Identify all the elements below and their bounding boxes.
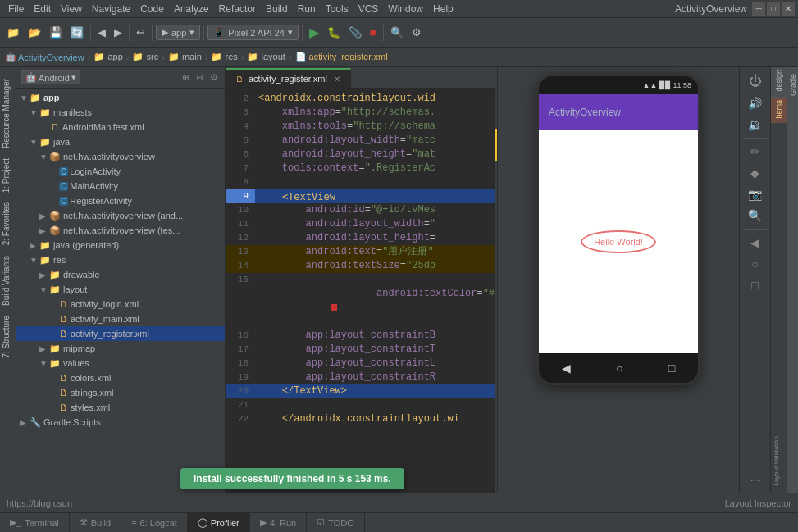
status-url[interactable]: https://blog.csdn — [7, 498, 72, 508]
logcat-tab[interactable]: ≡ 6: Logcat — [121, 513, 188, 533]
tree-item-drawable[interactable]: ▶ 📁 drawable — [16, 267, 225, 282]
breadcrumb-activityoverview[interactable]: 🤖 ActivityOverview — [5, 52, 84, 62]
circle-nav-button[interactable]: ○ — [748, 254, 761, 274]
camera-tool-button[interactable]: 📷 — [745, 184, 765, 204]
search-button[interactable]: 🔍 — [387, 25, 407, 40]
breadcrumb-layout[interactable]: 📁 layout — [247, 52, 285, 62]
project-tab[interactable]: 1: Project — [0, 153, 16, 198]
tree-item-java[interactable]: ▼ 📁 java — [16, 134, 225, 149]
zoom-button[interactable]: 🔍 — [745, 206, 765, 225]
stop-button[interactable]: ■ — [367, 25, 380, 40]
menu-edit[interactable]: Edit — [29, 3, 56, 15]
menu-run[interactable]: Run — [293, 3, 321, 15]
menu-build[interactable]: Build — [261, 3, 293, 15]
sync-files-button[interactable]: ⊖ — [194, 71, 205, 84]
tree-item-registeractivity[interactable]: C RegisterActivity — [16, 193, 225, 208]
tree-item-activity-register-xml[interactable]: 🗋 activity_register.xml — [16, 326, 225, 341]
volume-down-button[interactable]: 🔉 — [745, 115, 765, 134]
tree-item-mipmap[interactable]: ▶ 📁 mipmap — [16, 341, 225, 356]
tree-item-package2[interactable]: ▶ 📦 net.hw.activityoverview (and... — [16, 208, 225, 223]
todo-tab[interactable]: ☑ TODO — [307, 513, 365, 533]
layout-inspector-link[interactable]: Layout Inspector — [725, 498, 791, 508]
tree-item-styles-xml[interactable]: 🗋 styles.xml — [16, 400, 225, 415]
tree-item-activity-login-xml[interactable]: 🗋 activity_login.xml — [16, 297, 225, 311]
menu-code[interactable]: Code — [135, 3, 169, 15]
tree-item-app[interactable]: ▼ 📁 app — [16, 90, 225, 105]
volume-up-button[interactable]: 🔊 — [745, 93, 765, 113]
build-tab[interactable]: ⚒ Build — [70, 513, 121, 533]
edit-tool-button[interactable]: ✏ — [747, 142, 764, 161]
gradle-label[interactable]: Gradle — [789, 67, 797, 102]
breadcrumb-app[interactable]: 📁 app — [93, 52, 122, 62]
editor-tab-activity-register[interactable]: 🗋 activity_register.xml ✕ — [226, 68, 351, 88]
menu-refactor[interactable]: Refactor — [214, 3, 261, 15]
new-project-button[interactable]: 📁 — [3, 25, 23, 40]
profiler-tab[interactable]: ◯ Profiler — [188, 513, 250, 533]
back-nav-button[interactable]: ◀ — [747, 233, 763, 252]
debug-button[interactable]: 🐛 — [324, 25, 344, 40]
menu-navigate[interactable]: Navigate — [87, 3, 135, 15]
breadcrumb-res[interactable]: 📁 res — [211, 52, 237, 62]
power-button[interactable]: ⏻ — [746, 70, 765, 92]
open-button[interactable]: 📂 — [25, 25, 44, 40]
diamond-tool-button[interactable]: ◆ — [747, 163, 763, 183]
run-tab[interactable]: ▶ 4: Run — [250, 513, 307, 533]
undo-button[interactable]: ↩ — [133, 25, 148, 40]
attach-debugger-button[interactable]: 📎 — [345, 25, 365, 40]
tree-item-package1[interactable]: ▼ 📦 net.hw.activityoverview — [16, 149, 225, 164]
scrollbar-thumb[interactable] — [495, 129, 497, 161]
tree-item-package3[interactable]: ▶ 📦 net.hw.activityoverview (tes... — [16, 223, 225, 238]
add-module-button[interactable]: ⊕ — [180, 71, 191, 84]
structure-tab[interactable]: 7: Structure — [0, 311, 16, 363]
menu-analyze[interactable]: Analyze — [169, 3, 214, 15]
terminal-tab[interactable]: ▶_ Terminal — [0, 513, 70, 533]
layout-validation-label[interactable]: Layout Validation — [771, 433, 782, 489]
tree-item-res[interactable]: ▼ 📁 res — [16, 252, 225, 267]
breadcrumb-src[interactable]: 📁 src — [132, 52, 158, 62]
tree-item-mainactivity[interactable]: C MainActivity — [16, 179, 225, 193]
settings-button[interactable]: ⚙ — [408, 25, 425, 40]
code-editor[interactable]: 2 <androidx.constraintlayout.wid 3 xmlns… — [226, 89, 497, 493]
tree-item-androidmanifest[interactable]: 🗋 AndroidManifest.xml — [16, 120, 225, 134]
schema-tab[interactable]: hema — [771, 98, 787, 124]
build-variants-tab[interactable]: Build Variants — [0, 251, 16, 311]
tree-item-colors-xml[interactable]: 🗋 colors.xml — [16, 371, 225, 385]
back-button[interactable]: ◀ — [94, 25, 109, 40]
run-config-dropdown[interactable]: ▶ app ▾ — [156, 25, 200, 40]
tree-item-java-generated[interactable]: ▶ 📁 java (generated) — [16, 238, 225, 252]
minimize-button[interactable]: ─ — [752, 2, 765, 16]
resource-manager-tab[interactable]: Resource Manager — [0, 74, 16, 153]
favorites-tab[interactable]: 2: Favorites — [0, 198, 16, 250]
code-line-20: 20 </TextView> — [226, 384, 497, 398]
sync-button[interactable]: 🔄 — [67, 25, 87, 40]
android-selector-dropdown[interactable]: 🤖 Android ▾ — [21, 70, 80, 84]
design-tab[interactable]: design — [771, 67, 787, 98]
breadcrumb-main[interactable]: 📁 main — [168, 52, 202, 62]
menu-tools[interactable]: Tools — [321, 3, 353, 15]
tree-item-manifests[interactable]: ▼ 📁 manifests — [16, 105, 225, 120]
scrollbar-track[interactable] — [495, 89, 497, 493]
menu-window[interactable]: Window — [383, 3, 428, 15]
square-nav-button[interactable]: □ — [748, 275, 761, 295]
tree-label-app: app — [43, 93, 60, 102]
close-button[interactable]: ✕ — [782, 2, 795, 16]
settings-panel-button[interactable]: ⚙ — [208, 71, 220, 84]
menu-view[interactable]: View — [56, 3, 87, 15]
maximize-button[interactable]: □ — [767, 2, 780, 16]
run-button[interactable]: ▶ — [306, 23, 322, 42]
tree-item-activity-main-xml[interactable]: 🗋 activity_main.xml — [16, 311, 225, 326]
tree-item-gradle-scripts[interactable]: ▶ 🔧 Gradle Scripts — [16, 415, 225, 430]
menu-vcs[interactable]: VCS — [353, 3, 384, 15]
menu-help[interactable]: Help — [428, 3, 458, 15]
device-dropdown[interactable]: 📱 Pixel 2 API 24 ▾ — [207, 25, 299, 40]
tree-item-strings-xml[interactable]: 🗋 strings.xml — [16, 385, 225, 400]
save-button[interactable]: 💾 — [46, 25, 66, 40]
tree-item-values[interactable]: ▼ 📁 values — [16, 356, 225, 371]
close-tab-button[interactable]: ✕ — [334, 75, 340, 84]
tree-item-loginactivity[interactable]: C LoginActivity — [16, 164, 225, 179]
breadcrumb-file[interactable]: 📄 activity_register.xml — [295, 52, 388, 62]
more-options-button[interactable]: ··· — [747, 470, 764, 489]
tree-item-layout[interactable]: ▼ 📁 layout — [16, 282, 225, 297]
forward-button[interactable]: ▶ — [111, 25, 125, 40]
menu-file[interactable]: File — [3, 3, 29, 15]
